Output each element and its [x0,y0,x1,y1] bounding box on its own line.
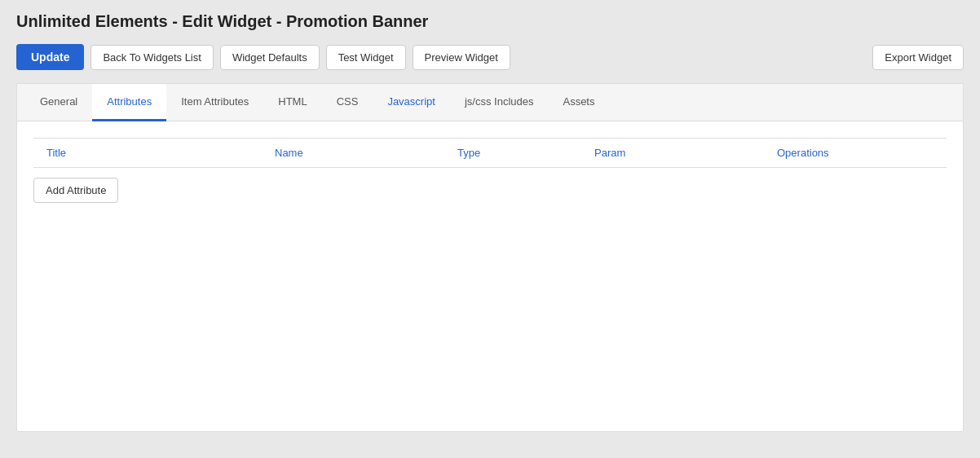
col-header-param: Param [581,139,764,168]
attributes-table: Title Name Type Param Operations [33,138,947,168]
main-content: General Attributes Item Attributes HTML … [16,83,964,432]
add-attribute-button[interactable]: Add Attribute [33,178,118,203]
export-widget-button[interactable]: Export Widget [872,45,964,70]
test-widget-button[interactable]: Test Widget [326,45,406,70]
widget-defaults-button[interactable]: Widget Defaults [220,45,320,70]
col-header-type: Type [444,139,581,168]
tab-general[interactable]: General [25,84,92,121]
tab-attributes[interactable]: Attributes [92,84,166,121]
toolbar-left: Update Back To Widgets List Widget Defau… [16,44,866,70]
preview-widget-button[interactable]: Preview Widget [413,45,510,70]
back-to-widgets-button[interactable]: Back To Widgets List [90,45,213,70]
tab-css[interactable]: CSS [322,84,373,121]
toolbar-right: Export Widget [872,45,964,70]
tab-html[interactable]: HTML [263,84,321,121]
page-wrapper: Unlimited Elements - Edit Widget - Promo… [0,0,980,458]
tab-content-attributes: Title Name Type Param Operations Add Att… [17,121,963,431]
tab-assets[interactable]: Assets [548,84,609,121]
tab-item-attributes[interactable]: Item Attributes [166,84,263,121]
col-header-name: Name [262,139,444,168]
page-title: Unlimited Elements - Edit Widget - Promo… [16,12,964,31]
col-header-operations: Operations [764,139,947,168]
tab-javascript[interactable]: Javascript [373,84,450,121]
update-button[interactable]: Update [16,44,84,70]
tabs-bar: General Attributes Item Attributes HTML … [17,84,963,121]
toolbar: Update Back To Widgets List Widget Defau… [16,44,964,70]
tab-jscss-includes[interactable]: js/css Includes [450,84,549,121]
col-header-title: Title [33,139,262,168]
